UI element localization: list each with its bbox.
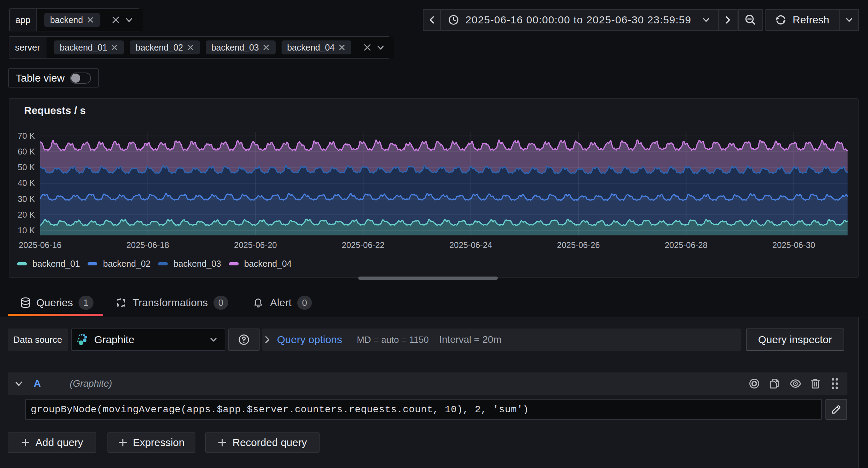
svg-text:2025-06-30: 2025-06-30	[772, 240, 815, 250]
svg-text:70 K: 70 K	[18, 131, 35, 141]
svg-text:40 K: 40 K	[18, 178, 35, 188]
svg-text:2025-06-16: 2025-06-16	[19, 240, 62, 250]
svg-text:2025-06-28: 2025-06-28	[665, 240, 708, 250]
svg-text:2025-06-20: 2025-06-20	[234, 240, 277, 250]
svg-text:2025-06-24: 2025-06-24	[449, 240, 492, 250]
svg-text:2025-06-18: 2025-06-18	[126, 240, 169, 250]
svg-text:30 K: 30 K	[18, 194, 35, 204]
svg-text:20 K: 20 K	[18, 210, 35, 219]
svg-text:2025-06-22: 2025-06-22	[342, 240, 384, 250]
svg-text:50 K: 50 K	[18, 163, 35, 172]
svg-text:60 K: 60 K	[18, 147, 35, 156]
svg-text:2025-06-26: 2025-06-26	[557, 240, 600, 250]
svg-text:10 K: 10 K	[18, 226, 35, 235]
